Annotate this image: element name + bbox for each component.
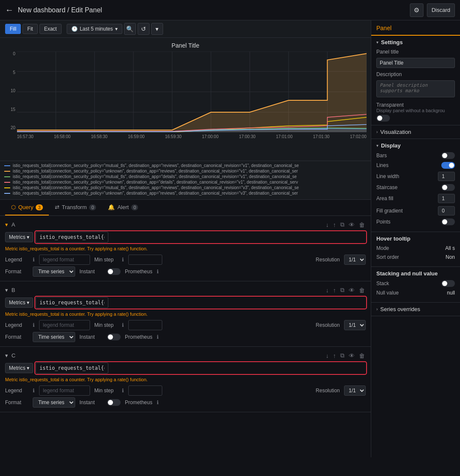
min-step-c[interactable] (128, 385, 162, 396)
description-textarea[interactable] (376, 80, 455, 97)
lines-toggle[interactable] (441, 162, 455, 169)
copy-btn-c[interactable]: ⧉ (339, 351, 345, 360)
more-button[interactable]: ▾ (151, 23, 163, 35)
query-section-c: ▾ C ↓ ↑ ⧉ 👁 🗑 Metrics ▾ (0, 347, 371, 412)
visibility-btn-c[interactable]: 👁 (348, 351, 356, 360)
format-label-a: Format (5, 269, 28, 275)
tab-transform[interactable]: ⇄ Transform 0 (49, 200, 102, 215)
min-step-b[interactable] (128, 320, 162, 330)
query-b-input[interactable] (36, 297, 108, 308)
y-label-3: 5 (4, 70, 17, 75)
panel-tab[interactable]: Panel (376, 25, 392, 35)
transparent-toggle[interactable] (376, 115, 390, 122)
series-overrides-section[interactable]: › Series overrides (371, 303, 460, 316)
delete-btn-c[interactable]: 🗑 (358, 351, 366, 360)
move-up-btn-b[interactable]: ↑ (332, 286, 337, 295)
move-down-btn-b[interactable]: ↓ (325, 286, 330, 295)
legend-info-b: ℹ (33, 322, 35, 328)
fill-gradient-input[interactable] (438, 206, 455, 215)
copy-btn-b[interactable]: ⧉ (339, 286, 345, 295)
time-range-button[interactable]: 🕐 Last 5 minutes ▾ (67, 24, 122, 34)
discard-button[interactable]: Discard (427, 3, 455, 17)
move-down-btn-c[interactable]: ↓ (325, 351, 330, 360)
stack-toggle[interactable] (441, 280, 455, 287)
tab-query[interactable]: ⬡ Query 3 (5, 200, 49, 215)
x-axis: 16:57:30 16:58:00 16:58:30 16:59:00 16:5… (17, 134, 367, 145)
points-toggle[interactable] (441, 218, 455, 225)
query-badge: 3 (36, 204, 42, 210)
alert-label: Alert (117, 204, 129, 210)
query-a-row3: Format Time series Instant Prometheus ℹ (5, 266, 366, 277)
zoom-button[interactable]: 🔍 (124, 23, 136, 35)
resolution-select-c[interactable]: 1/1 (344, 385, 366, 396)
min-step-label-a: Min step (94, 257, 118, 263)
query-c-actions: ↓ ↑ ⧉ 👁 🗑 (325, 351, 366, 360)
instant-toggle-c[interactable] (107, 399, 121, 406)
settings-section: ▾ Settings Panel title Description Trans… (371, 36, 460, 125)
visibility-btn-a[interactable]: 👁 (348, 220, 356, 229)
query-panel: ⬡ Query 3 ⇄ Transform 0 🔔 Alert 0 (0, 200, 371, 457)
instant-label-b: Instant (79, 334, 103, 340)
query-a-input[interactable] (36, 232, 108, 243)
line-width-input[interactable] (438, 172, 455, 181)
visualization-chevron: › (376, 130, 378, 134)
back-button[interactable]: ← (5, 5, 14, 15)
query-b-input-wrapper (36, 297, 366, 308)
instant-toggle-b[interactable] (107, 334, 121, 340)
metrics-select-b[interactable]: Metrics ▾ (5, 298, 33, 308)
delete-btn-a[interactable]: 🗑 (358, 220, 366, 229)
move-down-btn-a[interactable]: ↓ (325, 220, 330, 229)
bars-toggle[interactable] (441, 152, 455, 159)
min-step-a[interactable] (128, 255, 162, 265)
visualization-section[interactable]: › Visualization (371, 125, 460, 139)
display-section: ▾ Display Bars Lines Line width Staircas… (371, 139, 460, 232)
metrics-select-a[interactable]: Metrics ▾ (5, 232, 33, 242)
format-select-c[interactable]: Time series (33, 397, 75, 408)
panel-title-input[interactable] (376, 58, 455, 68)
fit-button[interactable]: Fit (23, 24, 37, 34)
points-row: Points (376, 218, 455, 225)
instant-toggle-a[interactable] (107, 268, 121, 275)
query-c-input[interactable] (36, 363, 108, 374)
query-icon: ⬡ (11, 204, 16, 210)
legend-format-c[interactable] (39, 385, 90, 396)
mode-row: Mode All s (376, 245, 455, 251)
settings-chevron: ▾ (376, 40, 378, 45)
legend-format-b[interactable] (39, 320, 90, 330)
format-select-b[interactable]: Time series (33, 332, 75, 342)
query-b-row2: Legend ℹ Min step ℹ Resolution 1/1 (5, 320, 366, 330)
move-up-btn-a[interactable]: ↑ (332, 220, 337, 229)
move-up-btn-c[interactable]: ↑ (332, 351, 337, 360)
clock-icon: 🕐 (71, 26, 78, 32)
settings-header[interactable]: ▾ Settings (376, 39, 455, 45)
legend-format-a[interactable] (39, 255, 90, 265)
instant-label-a: Instant (79, 269, 103, 275)
query-b-row3: Format Time series Instant Prometheus ℹ (5, 332, 366, 342)
tab-alert[interactable]: 🔔 Alert 0 (102, 200, 144, 215)
copy-btn-a[interactable]: ⧉ (339, 220, 345, 229)
visibility-btn-b[interactable]: 👁 (348, 286, 356, 295)
legend-item-4: istio_requests_total{connection_security… (4, 185, 367, 190)
prometheus-info-b: ℹ (157, 334, 159, 340)
resolution-select-b[interactable]: 1/1 (344, 320, 366, 330)
legend-text-3: istio_requests_total{connection_security… (13, 180, 298, 184)
refresh-button[interactable]: ↺ (138, 23, 150, 35)
bars-row: Bars (376, 152, 455, 159)
settings-button[interactable]: ⚙ (410, 3, 423, 17)
display-header[interactable]: ▾ Display (376, 142, 455, 149)
delete-btn-b[interactable]: 🗑 (358, 286, 366, 295)
query-c-metrics-row: Metrics ▾ (5, 363, 366, 374)
transform-badge: 0 (89, 204, 96, 210)
resolution-select-a[interactable]: 1/1 (344, 255, 366, 265)
format-select-a[interactable]: Time series (33, 266, 75, 277)
page-title: New dashboard / Edit Panel (18, 6, 102, 14)
area-fill-input[interactable] (438, 194, 455, 203)
fill-button[interactable]: Fill (5, 24, 21, 34)
staircase-toggle[interactable] (441, 184, 455, 191)
query-section-a: ▾ A ↓ ↑ ⧉ 👁 🗑 Metrics ▾ (0, 216, 371, 281)
query-label: Query (18, 204, 33, 210)
hover-tooltip-section: Hover tooltip Mode All s Sort order Non (371, 232, 460, 267)
exact-button[interactable]: Exact (40, 24, 62, 34)
metrics-select-c[interactable]: Metrics ▾ (5, 363, 33, 373)
lines-row: Lines (376, 162, 455, 169)
